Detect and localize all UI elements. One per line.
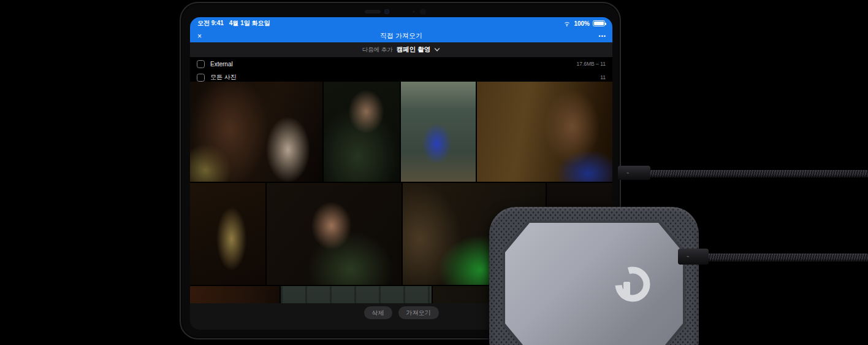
source-detail: 17.6MB – 11 <box>576 61 606 67</box>
photo-thumbnail[interactable] <box>477 82 612 182</box>
usb-c-connector-ipad: ⌁ <box>618 166 650 180</box>
wifi-icon <box>563 20 571 26</box>
g-drive-logo <box>611 263 655 308</box>
photo-thumbnail[interactable] <box>324 82 400 182</box>
status-bar: 오전 9:41 4월 1일 화요일 100% <box>190 17 612 29</box>
thunderbolt-icon: ⌁ <box>618 171 629 176</box>
destination-album-name: 캠페인 촬영 <box>397 45 430 54</box>
photo-thumbnail[interactable] <box>401 82 476 182</box>
import-button[interactable]: 가져오기 <box>398 306 439 319</box>
front-camera-array <box>365 8 432 15</box>
close-icon[interactable]: × <box>197 32 202 41</box>
thunderbolt-icon: ⌁ <box>678 254 689 259</box>
clock-time: 오전 9:41 <box>197 19 224 28</box>
destination-prefix-label: 다음에 추가 <box>362 46 393 54</box>
drive-faceplate <box>505 223 683 345</box>
photo-thumbnail[interactable] <box>190 183 265 285</box>
destination-bar[interactable]: 다음에 추가 캠페인 촬영 <box>190 42 612 57</box>
checkbox-external[interactable] <box>197 60 205 68</box>
checkbox-all-photos[interactable] <box>197 74 205 82</box>
source-row-external[interactable]: External 17.6MB – 11 <box>190 57 612 71</box>
delete-button[interactable]: 삭제 <box>364 306 392 319</box>
source-detail: 11 <box>600 74 606 80</box>
sensor-pill <box>365 10 381 14</box>
nav-bar: × 직접 가져오기 ••• <box>190 29 612 42</box>
external-ssd-drive <box>489 207 699 345</box>
clock-date: 4월 1일 화요일 <box>229 19 270 28</box>
front-camera-icon <box>384 9 389 14</box>
source-list: External 17.6MB – 11 모든 사진 11 <box>190 57 612 84</box>
sensor-ring <box>420 9 426 15</box>
more-options-icon[interactable]: ••• <box>599 33 606 39</box>
mic-dot <box>413 10 415 13</box>
usb-c-cable-ssd <box>706 254 868 262</box>
photo-thumbnail[interactable] <box>267 183 402 285</box>
source-label: 모든 사진 <box>210 73 595 82</box>
battery-full-icon <box>593 20 605 26</box>
photo-thumbnail[interactable] <box>190 82 322 182</box>
usb-c-cable-ipad <box>649 170 868 177</box>
page-title: 직접 가져오기 <box>190 31 612 41</box>
usb-c-connector-ssd: ⌁ <box>678 249 709 265</box>
source-label: External <box>210 61 571 68</box>
drive-faceplate-bevel <box>503 220 685 345</box>
scene: 오전 9:41 4월 1일 화요일 100% × 직접 가져오기 ••• 다음에… <box>0 0 868 345</box>
battery-percent: 100% <box>574 20 590 27</box>
chevron-down-icon <box>434 47 440 53</box>
